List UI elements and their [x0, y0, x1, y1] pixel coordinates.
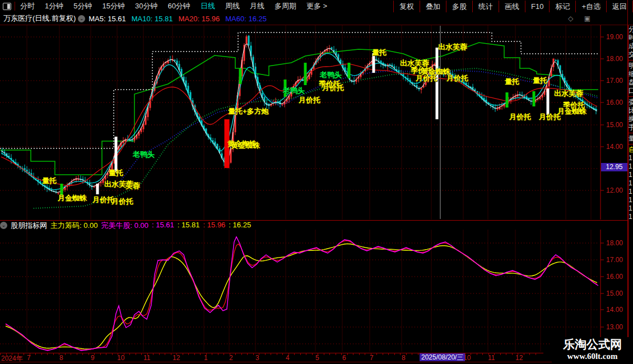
watermark-site-name: 乐淘公式网: [552, 337, 633, 352]
month-label: 8: [402, 354, 406, 362]
signal-label-出水芙蓉: 出水芙蓉: [438, 43, 467, 50]
month-label: 7: [370, 354, 374, 362]
ma-legend-item: MA60: 16.25: [225, 15, 267, 23]
clipped-number: 1: [629, 179, 633, 188]
tab-period-周线[interactable]: 周线: [220, 1, 245, 11]
axis-tick: [482, 353, 483, 355]
axis-tick: [212, 353, 212, 355]
corner-icons[interactable]: ◇ ▣: [568, 15, 595, 22]
clipped-number: 1: [629, 204, 633, 213]
signal-label-月价托: 月价托: [509, 113, 531, 120]
axis-tick: [282, 353, 283, 355]
button-+自选[interactable]: +自选: [575, 1, 606, 12]
axis-tick: [271, 353, 271, 355]
chevron-down-icon[interactable]: ⌄: [78, 15, 85, 22]
button-F10[interactable]: F10: [525, 1, 549, 12]
axis-tick: [24, 353, 24, 355]
month-label: 3: [255, 354, 259, 362]
axis-tick: [524, 353, 524, 355]
divider: [629, 60, 633, 60]
month-label: 5: [315, 354, 319, 362]
signal-label-月价托: 月价托: [539, 113, 561, 120]
window-icon[interactable]: [3, 3, 11, 10]
main-candlestick-chart[interactable]: [0, 25, 633, 220]
indicator-line-chart[interactable]: [0, 230, 633, 352]
axis-tick: [165, 353, 165, 355]
clipped-right-panel[interactable]: 分时成交明细盘口委比换手量自11111111: [628, 25, 633, 353]
tab-period-月线[interactable]: 月线: [245, 1, 269, 11]
axis-tick: [277, 353, 277, 355]
axis-tick: [241, 353, 242, 355]
watermark: 乐淘公式网 www.60lt.com: [552, 337, 633, 364]
toolbar-actions: 复权叠加多股统计画线F10标记+自选返回: [393, 0, 633, 12]
clipped-text: 口: [629, 87, 633, 95]
tab-period-更多 >[interactable]: 更多 >: [301, 1, 332, 11]
ma-legend-item: MA5: 15.61: [89, 15, 126, 23]
tab-period-60分钟[interactable]: 60分钟: [162, 1, 195, 11]
axis-tick: [188, 353, 189, 355]
button-复权[interactable]: 复权: [393, 1, 420, 12]
button-统计[interactable]: 统计: [472, 1, 499, 12]
chevron-down-icon[interactable]: ⌄: [0, 222, 7, 229]
indicator-value: : 16.25: [229, 221, 251, 231]
indicator-name[interactable]: 股朋指标网: [11, 221, 47, 231]
month-label: 8: [59, 354, 63, 362]
clipped-text: 换: [629, 115, 633, 123]
tab-period-日线[interactable]: 日线: [196, 1, 220, 11]
axis-tick: [347, 353, 348, 355]
axis-tick: [306, 353, 306, 355]
axis-tick: [359, 353, 360, 355]
axis-tick: [89, 353, 89, 355]
tab-period-15分钟[interactable]: 15分钟: [97, 1, 129, 11]
axis-tick: [529, 353, 530, 355]
month-label: 6: [342, 354, 346, 362]
indicator-value: : 15.61: [152, 221, 174, 231]
axis-tick: [300, 353, 301, 355]
axis-tick: [53, 353, 54, 355]
signal-label-量托: 量托: [533, 77, 547, 84]
indicator-header: ⌄ 股朋指标网 主力筹码: 0.00完美牛股: 0.00: 15.61: 15.…: [0, 220, 633, 230]
clipped-text: 时: [629, 34, 633, 42]
axis-tick: [82, 353, 83, 355]
axis-tick: [400, 353, 401, 355]
axis-tick: [512, 353, 513, 355]
month-label: 11: [143, 354, 150, 362]
button-返回[interactable]: 返回: [606, 1, 633, 12]
clipped-text: 盘: [629, 78, 633, 87]
tab-period-分时[interactable]: 分时: [15, 1, 40, 11]
axis-tick: [247, 353, 248, 355]
axis-tick: [336, 353, 336, 355]
signal-label-量托: 量托: [109, 169, 123, 176]
axis-tick: [406, 353, 407, 355]
tab-period-30分钟[interactable]: 30分钟: [130, 1, 162, 11]
tab-period-5分钟[interactable]: 5分钟: [68, 1, 97, 11]
clipped-number: 1: [629, 162, 633, 171]
axis-tick: [500, 353, 501, 355]
tab-period-多周期[interactable]: 多周期: [269, 1, 301, 11]
axis-tick: [224, 353, 224, 355]
axis-tick: [341, 353, 342, 355]
indicator-value: : 15.96: [203, 221, 226, 231]
axis-tick: [477, 353, 477, 355]
axis-tick: [235, 353, 236, 355]
axis-tick: [383, 353, 383, 355]
button-多股[interactable]: 多股: [446, 1, 472, 12]
button-画线[interactable]: 画线: [499, 1, 525, 12]
clipped-number: 1: [629, 188, 633, 196]
button-标记[interactable]: 标记: [549, 1, 575, 12]
clipped-number: 1: [629, 213, 633, 221]
clipped-text: 细: [629, 70, 633, 78]
tab-period-1分钟[interactable]: 1分钟: [40, 1, 68, 11]
axis-tick: [200, 353, 201, 355]
axis-tick: [71, 353, 71, 355]
signal-label-老鸭头: 老鸭头: [283, 87, 305, 94]
axis-tick: [294, 353, 295, 355]
month-label: 2: [229, 354, 233, 362]
button-叠加[interactable]: 叠加: [420, 1, 446, 12]
clipped-text: 成: [629, 42, 633, 50]
clipped-bottom-row: [0, 362, 633, 364]
month-label: 11: [488, 354, 495, 362]
date-axis[interactable]: 2024年789101112123456781011122025/08/20/三: [0, 353, 543, 362]
axis-tick: [35, 353, 36, 355]
indicator-value: : 15.81: [178, 221, 200, 231]
